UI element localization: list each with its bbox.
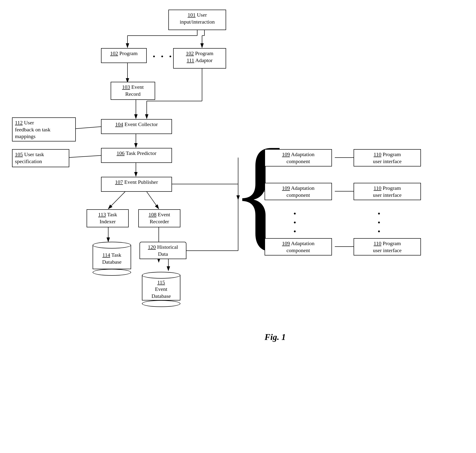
node-108: 108 EventRecorder: [138, 209, 180, 227]
node-110c: 110 Programuser interface: [354, 238, 421, 255]
node-113: 113 TaskIndexer: [87, 209, 129, 227]
node-109a: 109 Adaptationcomponent: [265, 149, 332, 166]
dots-left-column: •••: [294, 209, 297, 236]
node-102a: 102 Program: [101, 48, 147, 63]
node-106: 106 Task Predictor: [101, 148, 172, 163]
node-115: 115EventDatabase: [142, 272, 180, 307]
node-110a: 110 Programuser interface: [354, 149, 421, 166]
diagram: 101 Userinput/interaction • • • 102 Prog…: [0, 0, 476, 453]
node-103: 103 EventRecord: [111, 82, 155, 100]
node-109c: 109 Adaptationcomponent: [265, 238, 332, 255]
node-114: 114 TaskDatabase: [93, 242, 131, 276]
svg-line-17: [147, 192, 159, 209]
node-112: 112 Userfeedback on taskmappings: [12, 117, 76, 142]
node-105: 105 User taskspecification: [12, 149, 69, 167]
svg-line-14: [68, 155, 105, 158]
node-107: 107 Event Publisher: [101, 177, 172, 192]
svg-line-16: [108, 192, 125, 209]
dots-between-programs: • • •: [153, 52, 174, 61]
node-120: 120 HistoricalData: [140, 242, 186, 259]
node-104: 104 Event Collector: [101, 119, 172, 134]
node-101: 101 Userinput/interaction: [168, 10, 226, 30]
dots-right-column: •••: [378, 209, 381, 236]
figure-label: Fig. 1: [265, 332, 286, 342]
node-102b: 102 Program 111 Adaptor: [173, 48, 226, 69]
node-109b: 109 Adaptationcomponent: [265, 183, 332, 200]
node-110b: 110 Programuser interface: [354, 183, 421, 200]
